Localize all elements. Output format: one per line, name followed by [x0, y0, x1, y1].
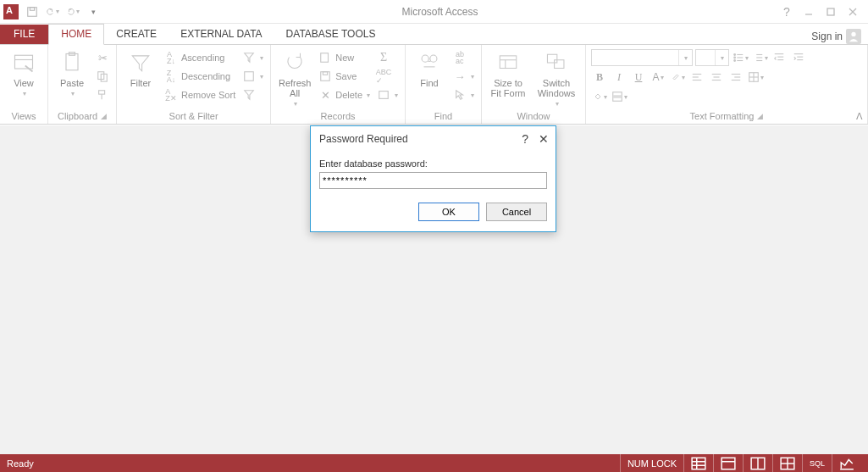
dialog-launcher-icon[interactable]: ◢	[757, 112, 763, 120]
copy-button[interactable]	[94, 68, 111, 85]
tab-create[interactable]: CREATE	[104, 25, 169, 44]
alt-fill-button[interactable]: ▾	[611, 88, 628, 105]
dialog-title: Password Required	[319, 133, 408, 145]
svg-rect-54	[612, 95, 622, 98]
ok-button[interactable]: OK	[418, 203, 479, 221]
redo-icon[interactable]: ▾	[66, 5, 80, 19]
gridlines-icon[interactable]: ▾	[747, 69, 764, 86]
svg-rect-24	[547, 54, 556, 63]
refresh-all-label: Refresh All	[279, 78, 312, 98]
indent-right-icon[interactable]	[790, 49, 807, 66]
svg-point-19	[422, 55, 428, 62]
underline-button[interactable]: U	[630, 69, 647, 86]
svg-rect-16	[321, 72, 330, 81]
format-painter-button[interactable]	[94, 86, 111, 103]
refresh-all-button[interactable]: Refresh All▾	[276, 49, 313, 108]
view-button[interactable]: View ▾	[5, 49, 42, 97]
remove-sort-button[interactable]: AZ✕Remove Sort	[163, 86, 237, 103]
ascending-button[interactable]: AZ↓Ascending	[163, 49, 237, 66]
highlight-button[interactable]: ▾	[669, 69, 686, 86]
group-label-text-formatting: Text Formatting	[690, 111, 755, 121]
svg-rect-17	[323, 72, 328, 75]
qat-customize-icon[interactable]: ▾	[86, 5, 100, 19]
view-layout-icon[interactable]	[743, 454, 772, 472]
save-record-button[interactable]: Save	[317, 68, 372, 85]
cut-button[interactable]: ✂	[94, 49, 111, 66]
tab-external-data[interactable]: EXTERNAL DATA	[169, 25, 274, 44]
align-left-icon[interactable]	[688, 69, 705, 86]
svg-rect-59	[721, 458, 735, 469]
svg-rect-9	[66, 54, 78, 70]
switch-windows-label: Switch Windows	[538, 78, 576, 98]
undo-icon[interactable]: ▾	[46, 5, 59, 19]
size-to-fit-label: Size to Fit Form	[491, 78, 526, 98]
delete-record-button[interactable]: ✕Delete▾	[317, 86, 372, 103]
chevron-down-icon: ▾	[23, 90, 26, 97]
svg-rect-21	[500, 56, 517, 69]
font-color-button[interactable]: A▾	[650, 69, 666, 86]
save-icon[interactable]	[25, 5, 39, 19]
fill-color-button[interactable]: ▾	[591, 88, 608, 105]
group-label-window: Window	[487, 109, 580, 124]
access-app-icon[interactable]	[3, 4, 19, 19]
toggle-filter-button[interactable]	[240, 86, 265, 103]
maximize-icon[interactable]	[824, 5, 838, 19]
view-sql-icon[interactable]: SQL	[802, 454, 832, 472]
filter-button[interactable]: Filter	[122, 49, 159, 88]
sign-in[interactable]: Sign in	[811, 29, 868, 44]
svg-rect-15	[321, 53, 329, 63]
password-input[interactable]	[319, 172, 547, 189]
svg-rect-14	[245, 72, 254, 81]
password-dialog: Password Required ? ✕ Enter database pas…	[310, 125, 556, 232]
group-label-records: Records	[276, 109, 400, 124]
size-to-fit-button[interactable]: Size to Fit Form	[487, 49, 529, 98]
close-icon[interactable]	[846, 5, 860, 19]
svg-rect-3	[827, 8, 834, 15]
italic-button[interactable]: I	[611, 69, 628, 86]
bullets-icon[interactable]: ▾	[732, 49, 749, 66]
numbering-icon[interactable]: ▾	[751, 49, 768, 66]
tab-home[interactable]: HOME	[48, 24, 104, 45]
font-size-combo[interactable]: ▾	[695, 49, 729, 66]
group-label-find: Find	[411, 109, 476, 124]
tab-database-tools[interactable]: DATABASE TOOLS	[274, 25, 388, 44]
selection-filter-button[interactable]: ▾	[240, 49, 265, 66]
more-records-button[interactable]: ▾	[375, 86, 400, 103]
group-views: View ▾ Views	[0, 45, 48, 124]
new-record-button[interactable]: New	[317, 49, 372, 66]
group-find: Find ab ac →▾ ▾ Find	[406, 45, 482, 124]
align-center-icon[interactable]	[708, 69, 725, 86]
align-right-icon[interactable]	[727, 69, 744, 86]
remove-sort-icon: AZ✕	[164, 88, 178, 102]
view-form-icon[interactable]	[713, 454, 743, 472]
descending-button[interactable]: ZA↓Descending	[163, 68, 237, 85]
bold-button[interactable]: B	[591, 69, 608, 86]
help-icon[interactable]: ?	[780, 5, 793, 19]
minimize-icon[interactable]	[802, 5, 815, 19]
collapse-ribbon-icon[interactable]: ᐱ	[856, 111, 863, 122]
svg-rect-0	[28, 7, 37, 16]
select-button[interactable]: ▾	[451, 86, 476, 103]
dialog-close-icon[interactable]: ✕	[539, 132, 549, 146]
goto-button[interactable]: →▾	[451, 68, 476, 85]
spelling-button[interactable]: ABC✓	[375, 68, 400, 85]
view-design-icon[interactable]	[772, 454, 802, 472]
group-label-clipboard: Clipboard	[58, 111, 97, 121]
replace-button[interactable]: ab ac	[451, 49, 476, 66]
dialog-title-bar[interactable]: Password Required ? ✕	[311, 126, 556, 152]
dialog-help-icon[interactable]: ?	[522, 132, 528, 146]
paste-button[interactable]: Paste ▾	[53, 49, 91, 97]
tab-file[interactable]: FILE	[0, 25, 48, 44]
indent-left-icon[interactable]	[771, 49, 788, 66]
totals-button[interactable]: Σ	[375, 49, 400, 66]
window-controls: ?	[780, 5, 868, 19]
view-datasheet-icon[interactable]	[683, 454, 713, 472]
view-report-icon[interactable]	[832, 454, 861, 472]
font-name-combo[interactable]: ▾	[591, 49, 693, 66]
dialog-launcher-icon[interactable]: ◢	[101, 112, 107, 120]
advanced-filter-button[interactable]: ▾	[240, 68, 265, 85]
switch-windows-button[interactable]: Switch Windows▾	[533, 49, 580, 108]
find-button[interactable]: Find	[411, 49, 448, 88]
svg-rect-1	[30, 7, 34, 10]
cancel-button[interactable]: Cancel	[486, 203, 547, 221]
